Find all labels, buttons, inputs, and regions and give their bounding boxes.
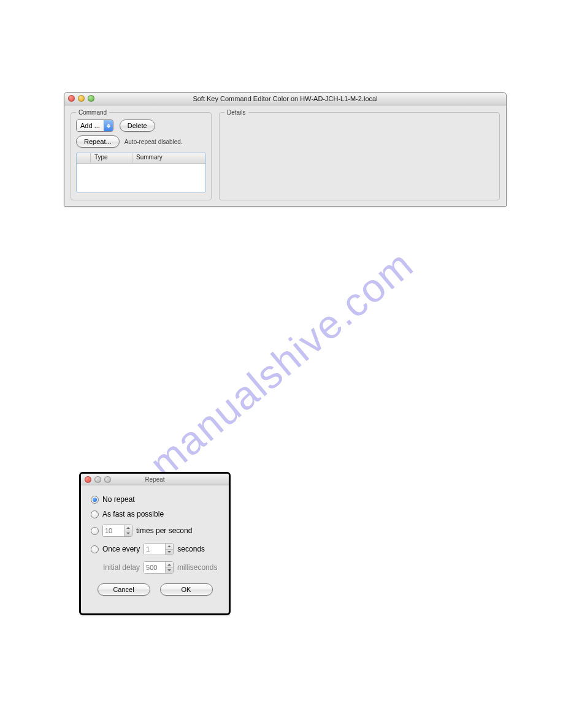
command-list[interactable]: Type Summary bbox=[76, 153, 206, 192]
editor-title: Soft Key Command Editor Color on HW-AD-J… bbox=[193, 95, 377, 102]
stepper-arrows-icon[interactable] bbox=[124, 525, 132, 536]
cancel-button[interactable]: Cancel bbox=[98, 583, 150, 596]
command-panel-label: Command bbox=[76, 109, 109, 116]
col-summary[interactable]: Summary bbox=[132, 153, 205, 163]
option-times-per-second[interactable]: times per second bbox=[91, 525, 219, 537]
add-dropdown[interactable]: Add ... bbox=[76, 119, 113, 132]
add-dropdown-label: Add ... bbox=[77, 120, 104, 131]
option-once-every[interactable]: Once every seconds bbox=[91, 543, 219, 555]
details-panel-label: Details bbox=[224, 109, 248, 116]
soft-key-command-editor-window: Soft Key Command Editor Color on HW-AD-J… bbox=[64, 92, 507, 207]
close-icon[interactable] bbox=[85, 476, 91, 483]
col-type[interactable]: Type bbox=[91, 153, 132, 163]
option-label-suffix: seconds bbox=[177, 545, 205, 553]
minimize-icon bbox=[94, 476, 101, 483]
initial-delay-label: Initial delay bbox=[103, 563, 140, 572]
option-label-prefix: Once every bbox=[102, 545, 140, 553]
repeat-status: Auto-repeat disabled. bbox=[124, 138, 183, 145]
radio-icon[interactable] bbox=[91, 527, 99, 535]
radio-icon[interactable] bbox=[91, 510, 99, 518]
radio-icon[interactable] bbox=[91, 545, 99, 553]
times-per-second-stepper[interactable] bbox=[102, 525, 132, 537]
delete-button[interactable]: Delete bbox=[120, 119, 155, 132]
option-label: times per second bbox=[136, 526, 192, 535]
watermark-text: manualshive.com bbox=[141, 241, 423, 487]
editor-traffic-lights bbox=[68, 95, 94, 102]
once-every-stepper[interactable] bbox=[144, 543, 174, 555]
once-every-input[interactable] bbox=[144, 544, 165, 555]
ok-button[interactable]: OK bbox=[160, 583, 213, 596]
option-label: As fast as possible bbox=[102, 510, 164, 518]
initial-delay-row: Initial delay milliseconds bbox=[103, 561, 219, 574]
repeat-button[interactable]: Repeat... bbox=[76, 135, 120, 148]
close-icon[interactable] bbox=[68, 95, 75, 102]
repeat-dialog: Repeat No repeat As fast as possible tim… bbox=[79, 472, 231, 615]
repeat-title: Repeat bbox=[145, 476, 164, 483]
option-as-fast[interactable]: As fast as possible bbox=[91, 510, 219, 518]
stepper-arrows-icon[interactable] bbox=[165, 562, 173, 573]
option-no-repeat[interactable]: No repeat bbox=[91, 495, 219, 504]
minimize-icon[interactable] bbox=[78, 95, 85, 102]
editor-titlebar[interactable]: Soft Key Command Editor Color on HW-AD-J… bbox=[64, 93, 506, 105]
zoom-icon bbox=[104, 476, 111, 483]
zoom-icon[interactable] bbox=[88, 95, 94, 102]
times-per-second-input[interactable] bbox=[103, 525, 124, 536]
stepper-arrows-icon[interactable] bbox=[165, 544, 173, 555]
radio-icon[interactable] bbox=[91, 496, 99, 504]
command-list-header: Type Summary bbox=[77, 153, 205, 164]
initial-delay-input[interactable] bbox=[144, 562, 165, 573]
dropdown-arrows-icon bbox=[104, 120, 113, 131]
details-panel: Details bbox=[219, 109, 500, 200]
initial-delay-unit: milliseconds bbox=[177, 563, 217, 572]
option-label: No repeat bbox=[102, 495, 135, 504]
repeat-titlebar[interactable]: Repeat bbox=[81, 474, 229, 485]
repeat-traffic-lights bbox=[85, 476, 111, 483]
initial-delay-stepper[interactable] bbox=[144, 561, 174, 574]
command-panel: Command Add ... Delete Repeat... Auto-re… bbox=[71, 109, 212, 200]
